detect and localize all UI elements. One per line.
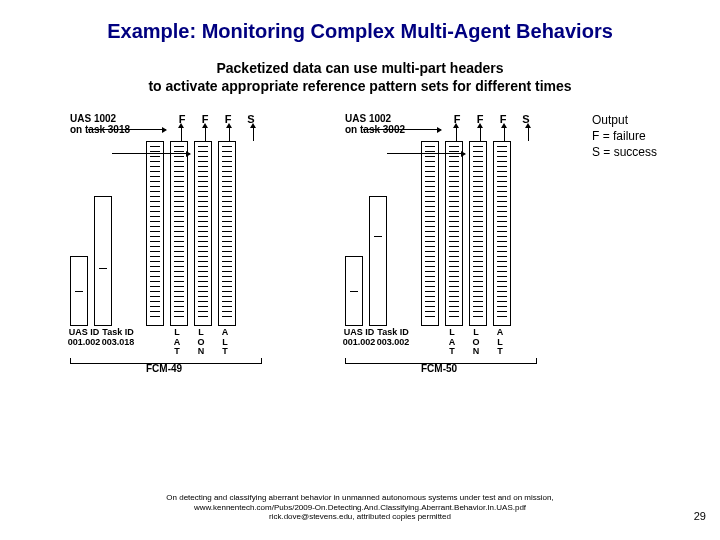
arrow-up-icon: [456, 127, 457, 141]
subtitle-line-2: to activate appropriate reference patter…: [148, 78, 571, 94]
bar-alt: [469, 141, 487, 326]
fcm-49-header: UAS 1002 on task 3018: [70, 113, 130, 135]
fcm-49-label: FCM-49: [146, 363, 182, 374]
fcm-50-header-l1: UAS 1002: [345, 113, 391, 124]
fcm-50-label: FCM-50: [421, 363, 457, 374]
footer-l2: www.kennentech.com/Pubs/2009-On.Detectin…: [194, 503, 526, 512]
arrow-up-icon: [205, 127, 206, 141]
arrow-right-icon: [88, 129, 166, 130]
arrow-up-icon: [253, 127, 254, 141]
bar-task-id: [369, 196, 387, 326]
arrow-right-icon: [387, 153, 465, 154]
bar-uas-id: [345, 256, 363, 326]
bar-extra: [493, 141, 511, 326]
legend-line-3: S = success: [592, 145, 657, 159]
subtitle-line-1: Packetized data can use multi-part heade…: [216, 60, 503, 76]
fcm-50-block: UAS 1002 on task 3002 F F F S UAS ID001.…: [345, 113, 575, 373]
arrow-up-icon: [181, 127, 182, 141]
footer-citation: On detecting and classifying aberrant be…: [0, 493, 720, 522]
fcm-50-header: UAS 1002 on task 3002: [345, 113, 405, 135]
fcm-49-block: UAS 1002 on task 3018 F F F S UAS ID001.…: [70, 113, 300, 373]
fcm-49-outputs: F F F S: [175, 113, 258, 125]
col-label-taskid: Task ID003.002: [375, 328, 411, 347]
col-label-alt: A L T: [216, 328, 234, 356]
bar-task-id: [94, 196, 112, 326]
slide-subtitle: Packetized data can use multi-part heade…: [0, 59, 720, 95]
arrow-up-icon: [528, 127, 529, 141]
arrow-up-icon: [480, 127, 481, 141]
bar-lat: [421, 141, 439, 326]
col-label-lon: L O N: [192, 328, 210, 356]
bar-uas-id: [70, 256, 88, 326]
slide-title: Example: Monitoring Complex Multi-Agent …: [0, 0, 720, 43]
footer-l1: On detecting and classifying aberrant be…: [166, 493, 553, 502]
col-label-taskid: Task ID003.018: [100, 328, 136, 347]
page-number: 29: [694, 510, 706, 522]
col-label-lon: L O N: [467, 328, 485, 356]
legend-line-1: Output: [592, 113, 628, 127]
bar-lat: [146, 141, 164, 326]
fcm-50-bars: [345, 141, 511, 326]
col-label-uasid: UAS ID001.002: [66, 328, 102, 347]
fcm-49-header-l1: UAS 1002: [70, 113, 116, 124]
diagram: UAS 1002 on task 3018 F F F S UAS ID001.…: [40, 113, 680, 393]
col-label-lat: L A T: [168, 328, 186, 356]
fcm-49-bars: [70, 141, 236, 326]
bar-lon: [445, 141, 463, 326]
bar-alt: [194, 141, 212, 326]
bar-extra: [218, 141, 236, 326]
arrow-up-icon: [229, 127, 230, 141]
arrow-up-icon: [504, 127, 505, 141]
fcm-50-outputs: F F F S: [450, 113, 533, 125]
footer-l3: rick.dove@stevens.edu, attributed copies…: [269, 512, 451, 521]
col-label-lat: L A T: [443, 328, 461, 356]
arrow-right-icon: [363, 129, 441, 130]
legend-line-2: F = failure: [592, 129, 646, 143]
output-legend: Output F = failure S = success: [592, 113, 657, 160]
col-label-alt: A L T: [491, 328, 509, 356]
arrow-right-icon: [112, 153, 190, 154]
bar-lon: [170, 141, 188, 326]
col-label-uasid: UAS ID001.002: [341, 328, 377, 347]
